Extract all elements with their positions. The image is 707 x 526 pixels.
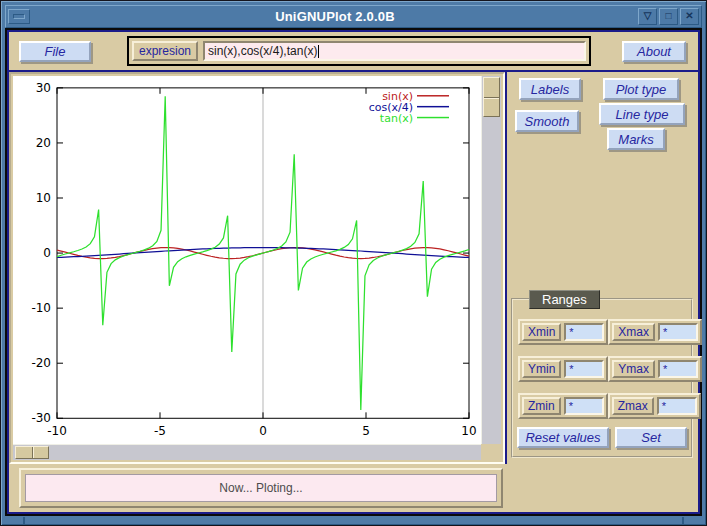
ymin-button[interactable]: Ymin <box>522 360 561 378</box>
xmax-group: Xmax * <box>608 319 702 345</box>
sidebar: Labels Plot type Line type Smooth Marks … <box>505 72 698 464</box>
expression-value: sin(x),cos(x/4),tan(x) <box>208 44 317 58</box>
svg-text:tan(x): tan(x) <box>380 112 413 125</box>
main-area: -30-20-100102030-10-50510sin(x)cos(x/4)t… <box>9 70 698 464</box>
zmax-input[interactable]: * <box>657 397 697 415</box>
plot-canvas: -30-20-100102030-10-50510sin(x)cos(x/4)t… <box>13 76 481 444</box>
xmin-button[interactable]: Xmin <box>522 323 561 341</box>
text-caret <box>318 45 319 58</box>
zmax-group: Zmax * <box>608 393 701 419</box>
window-resize-edge[interactable] <box>5 516 702 525</box>
zmin-group: Zmin * <box>518 393 608 419</box>
status-row: Now... Ploting... <box>9 464 698 512</box>
svg-text:-10: -10 <box>47 424 67 438</box>
horizontal-scrollbar[interactable] <box>13 444 481 460</box>
maximize-icon: □ <box>665 10 671 21</box>
zmin-button[interactable]: Zmin <box>522 397 561 415</box>
window-menu-icon <box>13 14 25 19</box>
window-shade-button[interactable]: ▽ <box>638 8 657 25</box>
window-title: UniGNUPlot 2.0.0B <box>34 9 636 24</box>
horizontal-scrollbar-thumb[interactable] <box>15 446 49 459</box>
zmax-button[interactable]: Zmax <box>612 397 654 415</box>
ranges-title: Ranges <box>529 290 600 309</box>
xmax-button[interactable]: Xmax <box>612 323 655 341</box>
svg-text:10: 10 <box>36 191 51 205</box>
about-button[interactable]: About <box>622 41 686 62</box>
vertical-scrollbar-thumb[interactable] <box>483 77 500 117</box>
expression-group: expresion sin(x),cos(x/4),tan(x) <box>127 36 591 66</box>
marks-button[interactable]: Marks <box>607 128 665 150</box>
ymin-input[interactable]: * <box>564 360 604 378</box>
window-menu-button[interactable] <box>8 9 30 24</box>
status-frame: Now... Ploting... <box>19 468 503 508</box>
plot-type-button[interactable]: Plot type <box>603 78 679 100</box>
expression-button[interactable]: expresion <box>132 41 198 61</box>
line-type-button[interactable]: Line type <box>599 103 685 125</box>
svg-text:10: 10 <box>461 424 476 438</box>
svg-text:0: 0 <box>43 246 51 260</box>
shade-icon: ▽ <box>644 10 652 21</box>
close-icon: ✕ <box>685 10 693 21</box>
svg-text:30: 30 <box>36 81 51 95</box>
zmin-input[interactable]: * <box>564 397 604 415</box>
ymax-group: Ymax * <box>608 356 702 382</box>
svg-text:20: 20 <box>36 136 51 150</box>
ymax-button[interactable]: Ymax <box>612 360 655 378</box>
svg-text:-5: -5 <box>154 424 166 438</box>
ymax-input[interactable]: * <box>658 360 698 378</box>
xmax-input[interactable]: * <box>658 323 698 341</box>
content: File expresion sin(x),cos(x/4),tan(x) Ab… <box>7 30 700 514</box>
set-button[interactable]: Set <box>615 427 687 448</box>
xmin-input[interactable]: * <box>564 323 604 341</box>
xmin-group: Xmin * <box>518 319 608 345</box>
file-button[interactable]: File <box>19 41 91 62</box>
plot-svg: -30-20-100102030-10-50510sin(x)cos(x/4)t… <box>13 76 481 444</box>
application-window: UniGNUPlot 2.0.0B ▽ □ ✕ File expresion s… <box>0 0 707 526</box>
expression-input[interactable]: sin(x),cos(x/4),tan(x) <box>203 41 586 61</box>
window-maximize-button[interactable]: □ <box>659 8 678 25</box>
plot-panel: -30-20-100102030-10-50510sin(x)cos(x/4)t… <box>9 72 505 464</box>
reset-values-button[interactable]: Reset values <box>517 427 609 448</box>
scrollbar-corner <box>481 444 501 460</box>
svg-text:5: 5 <box>362 424 370 438</box>
status-message: Now... Ploting... <box>25 474 497 502</box>
toolbar: File expresion sin(x),cos(x/4),tan(x) Ab… <box>9 32 698 70</box>
labels-button[interactable]: Labels <box>519 78 581 100</box>
vertical-scrollbar[interactable] <box>481 76 501 444</box>
content-frame: File expresion sin(x),cos(x/4),tan(x) Ab… <box>5 28 702 516</box>
ranges-group: Ranges Xmin * Xmax * <box>511 298 693 458</box>
svg-text:-20: -20 <box>31 356 51 370</box>
window-close-button[interactable]: ✕ <box>680 8 699 25</box>
svg-text:-30: -30 <box>31 411 51 425</box>
smooth-button[interactable]: Smooth <box>515 110 579 132</box>
titlebar[interactable]: UniGNUPlot 2.0.0B ▽ □ ✕ <box>5 5 702 28</box>
svg-text:-10: -10 <box>31 301 51 315</box>
svg-text:0: 0 <box>259 424 267 438</box>
ymin-group: Ymin * <box>518 356 608 382</box>
